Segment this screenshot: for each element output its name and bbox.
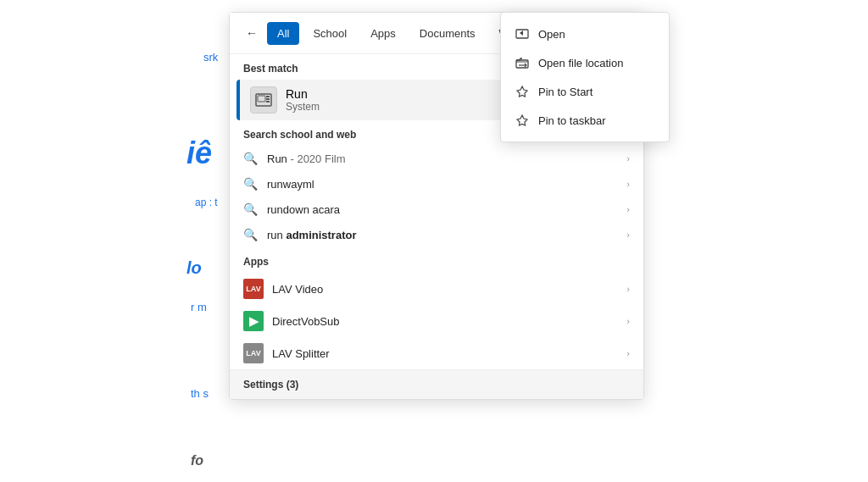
svg-rect-9: [266, 101, 270, 102]
chevron-icon-6: ›: [626, 316, 630, 326]
pin-start-icon: [515, 84, 530, 99]
pin-start-label: Pin to Start: [538, 86, 593, 98]
svg-rect-6: [258, 96, 265, 102]
web-item-text-4: run administrator: [267, 229, 618, 241]
bg-ap-text: ap : t: [195, 195, 218, 211]
run-app-small-icon: [250, 86, 277, 114]
context-menu: Open Open file location Pin to Start: [500, 12, 670, 142]
search-icon-4: 🔍: [243, 228, 259, 241]
context-open-file-location[interactable]: Open file location: [501, 48, 669, 77]
bg-th-text: th s: [191, 385, 209, 403]
back-button[interactable]: ←: [240, 21, 264, 45]
search-icon-2: 🔍: [243, 177, 259, 191]
svg-rect-11: [516, 60, 528, 68]
chevron-icon-5: ›: [626, 284, 630, 294]
chevron-icon-3: ›: [626, 204, 630, 214]
context-pin-taskbar[interactable]: Pin to taskbar: [501, 106, 669, 135]
lav-splitter-icon: LAV: [243, 343, 264, 363]
bg-rm-text: r m: [191, 301, 207, 313]
bg-ie-text: iê: [186, 136, 212, 171]
best-match-info: Run System: [286, 87, 320, 113]
context-pin-start[interactable]: Pin to Start: [501, 77, 669, 106]
bg-fo-text: fo: [191, 453, 203, 468]
app-item-lav-splitter[interactable]: LAV LAV Splitter ›: [230, 337, 643, 369]
svg-rect-8: [266, 98, 270, 100]
bg-link: srk: [203, 51, 218, 64]
directvobsub-icon: ▶: [243, 311, 264, 331]
chevron-icon-2: ›: [626, 179, 630, 189]
lav-video-label: LAV Video: [272, 283, 618, 296]
best-match-sub: System: [286, 101, 320, 113]
svg-rect-7: [266, 96, 270, 97]
search-icon-1: 🔍: [243, 152, 259, 165]
tab-documents[interactable]: Documents: [409, 22, 486, 45]
selected-indicator: [236, 80, 240, 120]
folder-icon: [515, 55, 530, 70]
chevron-icon-1: ›: [626, 153, 630, 163]
web-item-text-2: runwayml: [267, 178, 618, 191]
bg-lo-text: lo: [186, 258, 202, 278]
settings-footer: Settings (3): [230, 369, 643, 399]
lav-video-icon: LAV: [243, 279, 264, 299]
tab-apps[interactable]: Apps: [360, 22, 406, 45]
pin-taskbar-label: Pin to taskbar: [538, 114, 606, 127]
directvobsub-label: DirectVobSub: [272, 315, 618, 328]
web-item-run-film[interactable]: 🔍 Run - 2020 Film ›: [230, 146, 643, 171]
lav-splitter-label: LAV Splitter: [272, 347, 618, 360]
chevron-icon-7: ›: [626, 348, 630, 358]
web-item-runwayml[interactable]: 🔍 runwayml ›: [230, 171, 643, 197]
apps-section-label: Apps: [230, 247, 643, 273]
web-item-text-1: Run - 2020 Film: [267, 152, 618, 165]
open-icon: [515, 26, 530, 42]
tab-school[interactable]: School: [303, 22, 357, 45]
app-item-directvobsub[interactable]: ▶ DirectVobSub ›: [230, 305, 643, 337]
pin-taskbar-icon: [515, 113, 530, 128]
tab-all[interactable]: All: [267, 22, 299, 45]
web-item-rundown[interactable]: 🔍 rundown acara ›: [230, 197, 643, 222]
open-label: Open: [538, 28, 565, 41]
web-item-text-3: rundown acara: [267, 203, 618, 216]
search-icon-3: 🔍: [243, 202, 259, 216]
app-item-lav-video[interactable]: LAV LAV Video ›: [230, 273, 643, 305]
best-match-name: Run: [286, 87, 320, 101]
chevron-icon-4: ›: [626, 230, 630, 240]
context-open[interactable]: Open: [501, 19, 669, 48]
open-file-location-label: Open file location: [538, 57, 623, 69]
web-item-run-admin[interactable]: 🔍 run administrator ›: [230, 222, 643, 247]
